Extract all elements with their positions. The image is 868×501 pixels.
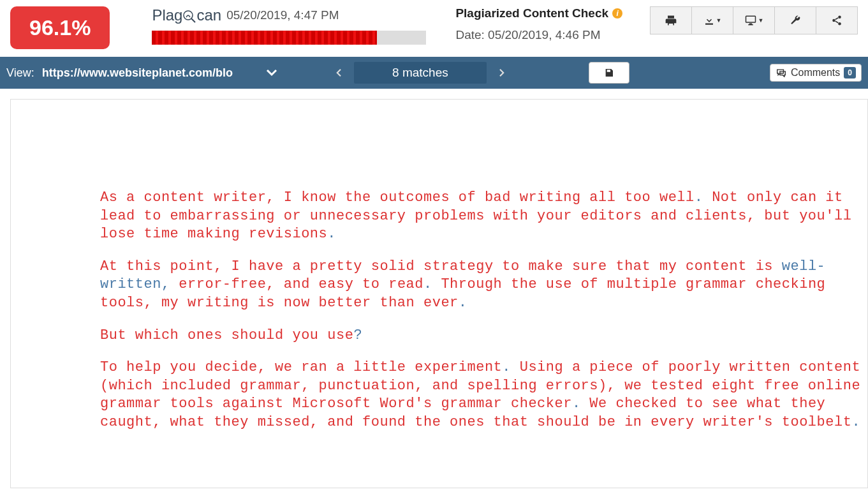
document-date: Date: 05/20/2019, 4:46 PM	[455, 28, 622, 42]
progress-fill	[152, 31, 377, 45]
comments-button[interactable]: Comments 0	[770, 64, 862, 82]
caret-down-icon: ▼	[758, 17, 764, 24]
monitor-icon	[744, 15, 757, 26]
logo-text-can: can	[196, 6, 221, 24]
view-url: https://www.websiteplanet.com/blo	[42, 66, 233, 80]
magnifier-s-icon	[182, 10, 196, 24]
action-toolbar: ▼ ▼	[651, 6, 858, 34]
print-icon	[665, 14, 677, 27]
plagiarism-percentage-badge: 96.1%	[10, 6, 110, 49]
share-button[interactable]	[816, 6, 858, 34]
logo-column: Plagcan 05/20/2019, 4:47 PM	[152, 6, 426, 45]
logo-text-plag: Plag	[152, 6, 182, 24]
print-button[interactable]	[650, 6, 692, 34]
arrow-left-icon	[333, 67, 344, 79]
settings-button[interactable]	[774, 6, 816, 34]
svg-point-4	[832, 19, 835, 22]
document-title: Plagiarized Content Check	[455, 6, 608, 20]
arrow-right-icon	[496, 67, 508, 79]
save-button[interactable]	[589, 62, 629, 84]
comments-count-badge: 0	[844, 67, 856, 79]
wrench-icon	[790, 15, 801, 26]
download-icon	[703, 15, 715, 26]
svg-point-5	[838, 22, 841, 26]
share-icon	[831, 15, 842, 26]
svg-line-1	[191, 19, 195, 22]
scan-timestamp: 05/20/2019, 4:47 PM	[226, 8, 339, 22]
paragraph-2: At this point, I have a pretty solid str…	[100, 258, 867, 313]
match-navigator: 8 matches	[323, 61, 517, 84]
comments-icon	[776, 68, 787, 77]
prev-match-button[interactable]	[323, 61, 354, 84]
next-match-button[interactable]	[487, 61, 517, 84]
title-row: Plagiarized Content Check i	[455, 6, 622, 20]
chevron-down-icon[interactable]	[266, 69, 277, 77]
caret-down-icon: ▼	[716, 17, 722, 24]
view-label: View:	[6, 66, 34, 80]
comments-label: Comments	[791, 67, 840, 79]
download-button[interactable]: ▼	[691, 6, 733, 34]
svg-point-3	[838, 16, 841, 19]
paragraph-4: To help you decide, we ran a little expe…	[100, 359, 867, 431]
logo-row: Plagcan 05/20/2019, 4:47 PM	[152, 6, 426, 24]
progress-bar	[152, 31, 426, 45]
paragraph-1: As a content writer, I know the outcomes…	[100, 189, 867, 244]
top-header: 96.1% Plagcan 05/20/2019, 4:47 PM Plagia…	[0, 0, 868, 57]
document-wrapper: As a content writer, I know the outcomes…	[0, 89, 868, 488]
matches-count[interactable]: 8 matches	[354, 62, 487, 84]
display-button[interactable]: ▼	[733, 6, 775, 34]
plagscan-logo: Plagcan	[152, 6, 221, 24]
title-column: Plagiarized Content Check i Date: 05/20/…	[455, 6, 622, 42]
info-icon[interactable]: i	[612, 8, 622, 19]
document-body: As a content writer, I know the outcomes…	[10, 99, 868, 488]
save-icon	[604, 68, 614, 78]
paragraph-3: But which ones should you use?	[100, 327, 867, 345]
svg-rect-2	[746, 16, 755, 22]
view-navbar: View: https://www.websiteplanet.com/blo …	[0, 57, 868, 89]
